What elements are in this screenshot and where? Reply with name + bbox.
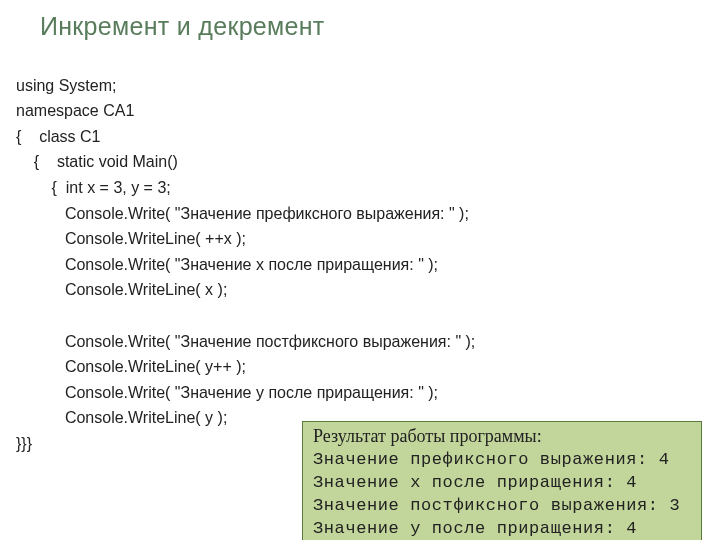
code-line: using System; xyxy=(16,77,116,94)
code-line: Console.Write( "Значение x после прираще… xyxy=(16,256,438,273)
code-line: }}} xyxy=(16,435,32,452)
result-box: Результат работы программы: Значение пре… xyxy=(302,421,702,540)
code-line: namespace CA1 xyxy=(16,102,134,119)
result-output: Значение префиксного выражения: 4 Значен… xyxy=(313,449,691,540)
code-line: Console.Write( "Значение y после прираще… xyxy=(16,384,438,401)
code-line: { class C1 xyxy=(16,128,100,145)
result-heading: Результат работы программы: xyxy=(313,426,691,447)
code-line: Console.Write( "Значение постфиксного вы… xyxy=(16,333,475,350)
code-line: Console.WriteLine( x ); xyxy=(16,281,227,298)
result-line: Значение y после приращения: 4 xyxy=(313,519,637,538)
result-line: Значение постфиксного выражения: 3 xyxy=(313,496,680,515)
code-line: { static void Main() xyxy=(16,153,178,170)
result-line: Значение префиксного выражения: 4 xyxy=(313,450,669,469)
slide-title: Инкремент и декремент xyxy=(0,0,720,47)
code-line: { int x = 3, y = 3; xyxy=(16,179,171,196)
code-block: using System; namespace CA1 { class C1 {… xyxy=(0,47,720,457)
slide: Инкремент и декремент using System; name… xyxy=(0,0,720,540)
result-line: Значение х после приращения: 4 xyxy=(313,473,637,492)
code-line: Console.WriteLine( ++x ); xyxy=(16,230,246,247)
code-line: Console.Write( "Значение префиксного выр… xyxy=(16,205,469,222)
code-line: Console.WriteLine( y ); xyxy=(16,409,227,426)
code-line: Console.WriteLine( y++ ); xyxy=(16,358,246,375)
